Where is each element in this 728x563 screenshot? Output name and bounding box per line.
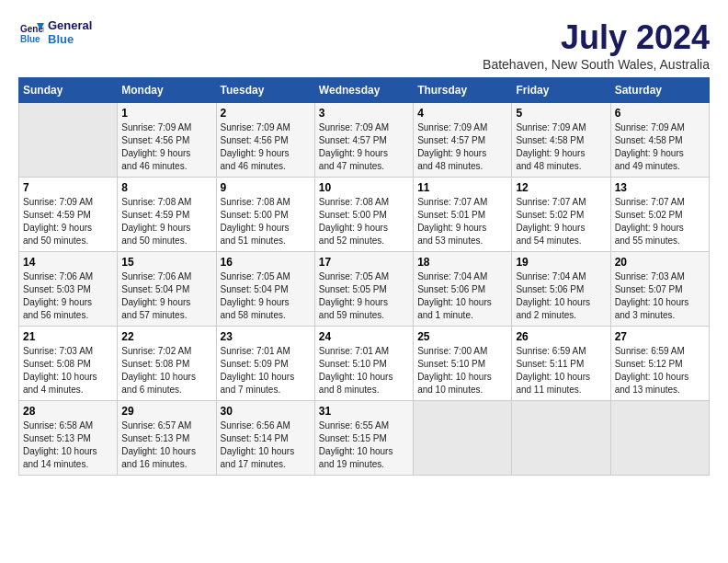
calendar-cell: [414, 401, 512, 476]
calendar-header-cell: Sunday: [19, 78, 118, 103]
calendar-cell: 8Sunrise: 7:08 AM Sunset: 4:59 PM Daylig…: [118, 178, 216, 252]
day-info: Sunrise: 7:04 AM Sunset: 5:06 PM Dayligh…: [516, 270, 606, 322]
day-info: Sunrise: 7:06 AM Sunset: 5:04 PM Dayligh…: [121, 270, 211, 322]
day-number: 28: [23, 405, 113, 418]
day-info: Sunrise: 7:07 AM Sunset: 5:02 PM Dayligh…: [615, 196, 705, 247]
calendar-header-cell: Monday: [118, 78, 216, 103]
subtitle: Batehaven, New South Wales, Australia: [483, 57, 710, 72]
day-number: 16: [221, 256, 311, 269]
calendar-cell: 1Sunrise: 7:09 AM Sunset: 4:56 PM Daylig…: [118, 103, 216, 178]
calendar-header-cell: Friday: [512, 78, 610, 103]
day-number: 10: [319, 181, 409, 194]
day-number: 22: [121, 330, 211, 343]
header: General Blue General Blue July 2024 Bate…: [18, 18, 710, 72]
day-info: Sunrise: 7:06 AM Sunset: 5:03 PM Dayligh…: [23, 270, 113, 322]
day-number: 5: [516, 107, 606, 120]
day-number: 31: [319, 405, 409, 418]
calendar-cell: [19, 103, 118, 178]
calendar-week-row: 7Sunrise: 7:09 AM Sunset: 4:59 PM Daylig…: [19, 178, 710, 252]
calendar-cell: 2Sunrise: 7:09 AM Sunset: 4:56 PM Daylig…: [216, 103, 314, 178]
calendar-cell: 27Sunrise: 6:59 AM Sunset: 5:12 PM Dayli…: [610, 327, 709, 401]
day-info: Sunrise: 6:59 AM Sunset: 5:12 PM Dayligh…: [615, 345, 705, 396]
calendar-week-row: 21Sunrise: 7:03 AM Sunset: 5:08 PM Dayli…: [19, 327, 710, 401]
day-number: 11: [417, 181, 507, 194]
day-info: Sunrise: 7:09 AM Sunset: 4:58 PM Dayligh…: [516, 121, 606, 173]
day-number: 30: [221, 405, 311, 418]
day-number: 12: [516, 181, 606, 194]
day-number: 7: [23, 181, 113, 194]
calendar-cell: 24Sunrise: 7:01 AM Sunset: 5:10 PM Dayli…: [314, 327, 413, 401]
calendar-week-row: 14Sunrise: 7:06 AM Sunset: 5:03 PM Dayli…: [19, 252, 710, 327]
calendar-header-row: SundayMondayTuesdayWednesdayThursdayFrid…: [19, 78, 710, 103]
day-info: Sunrise: 7:08 AM Sunset: 5:00 PM Dayligh…: [319, 196, 409, 247]
day-info: Sunrise: 7:05 AM Sunset: 5:04 PM Dayligh…: [221, 270, 311, 322]
calendar-cell: 28Sunrise: 6:58 AM Sunset: 5:13 PM Dayli…: [19, 401, 118, 476]
day-info: Sunrise: 7:09 AM Sunset: 4:57 PM Dayligh…: [417, 121, 507, 173]
calendar-cell: [512, 401, 610, 476]
day-number: 13: [615, 181, 705, 194]
day-info: Sunrise: 6:59 AM Sunset: 5:11 PM Dayligh…: [516, 345, 606, 396]
calendar-header-cell: Wednesday: [314, 78, 413, 103]
day-number: 17: [319, 256, 409, 269]
calendar-cell: 4Sunrise: 7:09 AM Sunset: 4:57 PM Daylig…: [414, 103, 512, 178]
logo: General Blue General Blue: [18, 18, 92, 46]
day-number: 1: [121, 107, 211, 120]
svg-text:Blue: Blue: [20, 34, 40, 44]
day-number: 23: [221, 330, 311, 343]
day-number: 9: [221, 181, 311, 194]
day-number: 14: [23, 256, 113, 269]
calendar-cell: 11Sunrise: 7:07 AM Sunset: 5:01 PM Dayli…: [414, 178, 512, 252]
day-info: Sunrise: 7:09 AM Sunset: 4:56 PM Dayligh…: [221, 121, 311, 173]
calendar-cell: 6Sunrise: 7:09 AM Sunset: 4:58 PM Daylig…: [610, 103, 709, 178]
day-info: Sunrise: 7:03 AM Sunset: 5:08 PM Dayligh…: [23, 345, 113, 396]
day-number: 6: [615, 107, 705, 120]
day-number: 27: [615, 330, 705, 343]
calendar-cell: 21Sunrise: 7:03 AM Sunset: 5:08 PM Dayli…: [19, 327, 118, 401]
day-number: 4: [417, 107, 507, 120]
day-number: 2: [221, 107, 311, 120]
calendar-cell: 31Sunrise: 6:55 AM Sunset: 5:15 PM Dayli…: [314, 401, 413, 476]
calendar-cell: 5Sunrise: 7:09 AM Sunset: 4:58 PM Daylig…: [512, 103, 610, 178]
calendar-week-row: 1Sunrise: 7:09 AM Sunset: 4:56 PM Daylig…: [19, 103, 710, 178]
calendar-body: 1Sunrise: 7:09 AM Sunset: 4:56 PM Daylig…: [19, 103, 710, 476]
calendar-cell: 22Sunrise: 7:02 AM Sunset: 5:08 PM Dayli…: [118, 327, 216, 401]
day-info: Sunrise: 7:09 AM Sunset: 4:56 PM Dayligh…: [121, 121, 211, 173]
day-info: Sunrise: 7:03 AM Sunset: 5:07 PM Dayligh…: [615, 270, 705, 322]
calendar-cell: 17Sunrise: 7:05 AM Sunset: 5:05 PM Dayli…: [314, 252, 413, 327]
day-info: Sunrise: 7:04 AM Sunset: 5:06 PM Dayligh…: [417, 270, 507, 322]
day-info: Sunrise: 7:02 AM Sunset: 5:08 PM Dayligh…: [121, 345, 211, 396]
day-info: Sunrise: 6:55 AM Sunset: 5:15 PM Dayligh…: [319, 419, 409, 471]
calendar-cell: 25Sunrise: 7:00 AM Sunset: 5:10 PM Dayli…: [414, 327, 512, 401]
calendar-cell: 23Sunrise: 7:01 AM Sunset: 5:09 PM Dayli…: [216, 327, 314, 401]
day-info: Sunrise: 6:58 AM Sunset: 5:13 PM Dayligh…: [23, 419, 113, 471]
calendar-cell: 15Sunrise: 7:06 AM Sunset: 5:04 PM Dayli…: [118, 252, 216, 327]
day-info: Sunrise: 7:01 AM Sunset: 5:10 PM Dayligh…: [319, 345, 409, 396]
calendar-week-row: 28Sunrise: 6:58 AM Sunset: 5:13 PM Dayli…: [19, 401, 710, 476]
calendar-cell: 30Sunrise: 6:56 AM Sunset: 5:14 PM Dayli…: [216, 401, 314, 476]
day-info: Sunrise: 7:07 AM Sunset: 5:01 PM Dayligh…: [417, 196, 507, 247]
day-number: 26: [516, 330, 606, 343]
calendar-cell: 7Sunrise: 7:09 AM Sunset: 4:59 PM Daylig…: [19, 178, 118, 252]
day-info: Sunrise: 7:08 AM Sunset: 5:00 PM Dayligh…: [221, 196, 311, 247]
day-number: 15: [121, 256, 211, 269]
day-number: 25: [417, 330, 507, 343]
day-number: 20: [615, 256, 705, 269]
day-number: 21: [23, 330, 113, 343]
calendar-header-cell: Thursday: [414, 78, 512, 103]
calendar-header-cell: Saturday: [610, 78, 709, 103]
logo-general: General: [48, 18, 92, 32]
day-info: Sunrise: 7:07 AM Sunset: 5:02 PM Dayligh…: [516, 196, 606, 247]
day-info: Sunrise: 7:09 AM Sunset: 4:59 PM Dayligh…: [23, 196, 113, 247]
calendar-cell: [610, 401, 709, 476]
calendar-cell: 14Sunrise: 7:06 AM Sunset: 5:03 PM Dayli…: [19, 252, 118, 327]
day-number: 24: [319, 330, 409, 343]
calendar-cell: 12Sunrise: 7:07 AM Sunset: 5:02 PM Dayli…: [512, 178, 610, 252]
logo-icon: General Blue: [18, 19, 44, 45]
calendar-table: SundayMondayTuesdayWednesdayThursdayFrid…: [18, 77, 710, 476]
day-info: Sunrise: 7:05 AM Sunset: 5:05 PM Dayligh…: [319, 270, 409, 322]
calendar-cell: 3Sunrise: 7:09 AM Sunset: 4:57 PM Daylig…: [314, 103, 413, 178]
calendar-header-cell: Tuesday: [216, 78, 314, 103]
calendar-cell: 18Sunrise: 7:04 AM Sunset: 5:06 PM Dayli…: [414, 252, 512, 327]
day-info: Sunrise: 7:01 AM Sunset: 5:09 PM Dayligh…: [221, 345, 311, 396]
day-number: 18: [417, 256, 507, 269]
